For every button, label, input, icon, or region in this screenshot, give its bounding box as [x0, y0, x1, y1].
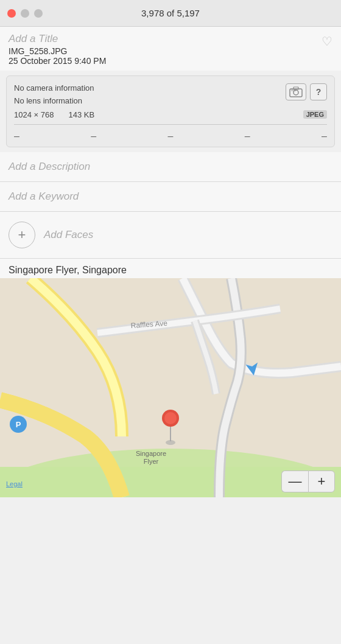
question-icon[interactable]: ?	[310, 83, 327, 100]
close-button[interactable]	[7, 9, 16, 18]
titlebar: 3,978 of 5,197	[0, 0, 341, 27]
minimize-button[interactable]	[21, 9, 29, 18]
no-camera-text: No camera information	[14, 82, 94, 95]
dash-3: –	[168, 131, 174, 142]
counter-text: 3,978 of 5,197	[141, 8, 200, 18]
window-controls	[7, 9, 43, 18]
info-panel: Add a Title IMG_5258.JPG 25 October 2015…	[0, 27, 341, 71]
svg-text:Singapore: Singapore	[136, 450, 166, 457]
filesize-text: 143 KB	[68, 110, 94, 119]
add-face-button[interactable]: +	[9, 222, 35, 248]
wb-icon[interactable]: WB	[286, 83, 306, 100]
dash-2: –	[91, 131, 96, 142]
description-row[interactable]: Add a Description	[0, 152, 341, 182]
favorite-icon[interactable]: ♡	[322, 34, 332, 49]
dimensions-text: 1024 × 768	[14, 110, 54, 119]
svg-text:Flyer: Flyer	[144, 458, 159, 465]
dash-row: – – – – –	[14, 127, 327, 147]
zoom-controls: — +	[0, 466, 341, 497]
datetime-text: 25 October 2015 9:40 PM	[9, 56, 332, 66]
svg-text:P: P	[16, 420, 21, 429]
maximize-button[interactable]	[34, 9, 43, 18]
dash-1: –	[14, 131, 19, 142]
keyword-row[interactable]: Add a Keyword	[0, 182, 341, 212]
keyword-label[interactable]: Add a Keyword	[9, 191, 79, 202]
camera-icons: WB ?	[286, 83, 327, 100]
description-label[interactable]: Add a Description	[9, 161, 90, 172]
dash-4: –	[245, 131, 250, 142]
dash-5: –	[322, 131, 327, 142]
camera-svg-icon: WB	[289, 86, 303, 97]
faces-row: + Add Faces	[0, 212, 341, 259]
filename-text: IMG_5258.JPG	[9, 46, 332, 56]
map-svg: Raffles Ave P Singapore Flyer	[0, 278, 341, 497]
camera-info-box: No camera information No lens informatio…	[6, 75, 335, 147]
no-lens-text: No lens information	[14, 95, 94, 108]
size-row: 1024 × 768 143 KB JPEG	[14, 108, 327, 122]
zoom-in-button[interactable]: +	[308, 471, 335, 492]
map-container[interactable]: Raffles Ave P Singapore Flyer Legal — +	[0, 278, 341, 497]
svg-point-14	[164, 412, 177, 424]
format-badge: JPEG	[303, 110, 327, 119]
zoom-out-button[interactable]: —	[281, 471, 308, 492]
add-title-field[interactable]: Add a Title	[9, 33, 332, 45]
svg-text:WB: WB	[291, 88, 297, 92]
location-label: Singapore Flyer, Singapore	[0, 259, 341, 278]
faces-label: Add Faces	[44, 229, 93, 241]
camera-row: No camera information No lens informatio…	[14, 82, 327, 108]
divider	[14, 124, 327, 125]
camera-info-text: No camera information No lens informatio…	[14, 82, 94, 108]
